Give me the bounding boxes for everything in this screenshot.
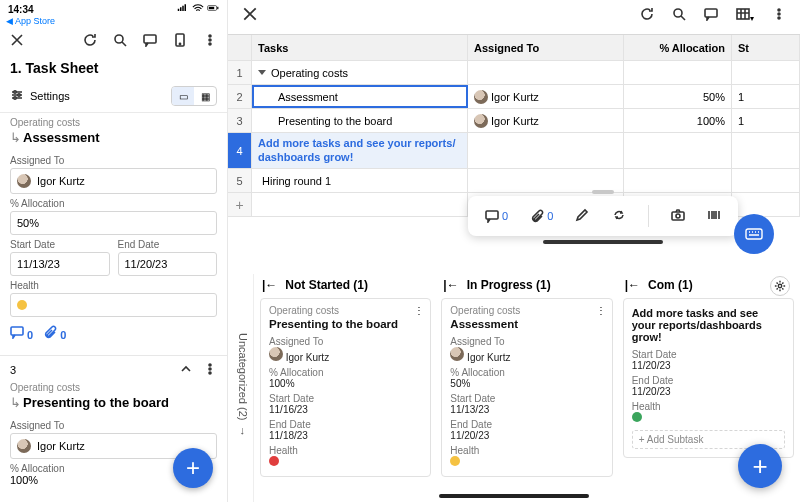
svg-rect-24 (672, 212, 684, 220)
floating-toolbar[interactable]: 0 0 (468, 196, 738, 236)
col-assigned[interactable]: Assigned To (468, 35, 624, 60)
more-icon[interactable] (203, 33, 217, 49)
camera-icon[interactable] (671, 208, 685, 224)
comments-button[interactable]: 0 (10, 325, 33, 341)
comments-button[interactable]: 0 (485, 209, 508, 223)
svg-point-16 (209, 372, 211, 374)
gear-icon[interactable] (770, 276, 790, 296)
col-tasks[interactable]: Tasks (252, 35, 468, 60)
uncategorized-label[interactable]: Uncategorized (2) → (232, 274, 254, 502)
end-label: End Date (118, 239, 218, 250)
svg-point-21 (778, 13, 780, 15)
close-icon[interactable] (242, 6, 258, 24)
column-title: Not Started (1) (285, 278, 368, 292)
assigned-label: Assigned To (10, 420, 217, 431)
svg-point-3 (115, 35, 123, 43)
add-fab[interactable]: + (173, 448, 213, 488)
board-card[interactable]: ⋮ Operating costs Presenting to the boar… (260, 298, 431, 477)
task-title: ↳Assessment (10, 128, 217, 151)
refresh-icon[interactable] (83, 33, 97, 49)
grid-view-icon[interactable]: ▦ (194, 87, 216, 105)
tablet-panel: ▾ Tasks Assigned To % Allocation St 1 Op… (228, 0, 800, 502)
table-row[interactable]: 4 Add more tasks and see your reports/ d… (228, 133, 800, 169)
settings-label[interactable]: Settings (30, 90, 70, 102)
svg-point-22 (778, 17, 780, 19)
health-red-icon (269, 456, 279, 466)
avatar (474, 90, 488, 104)
avatar (17, 439, 31, 453)
sheet-title: 1. Task Sheet (0, 56, 227, 82)
svg-rect-26 (746, 229, 762, 239)
svg-point-20 (778, 9, 780, 11)
svg-point-14 (209, 364, 211, 366)
column-title: Com (1) (648, 278, 693, 292)
svg-rect-19 (737, 9, 749, 19)
comment-icon[interactable] (143, 33, 157, 49)
collapse-column-icon[interactable]: |← (443, 278, 458, 292)
health-yellow-icon (450, 456, 460, 466)
collapse-icon[interactable] (179, 362, 193, 378)
collapse-icon[interactable] (258, 70, 266, 75)
avatar (450, 347, 464, 361)
table-icon[interactable]: ▾ (736, 7, 754, 23)
start-field[interactable]: 11/13/23 (10, 252, 110, 276)
collapse-column-icon[interactable]: |← (262, 278, 277, 292)
board-card[interactable]: Add more tasks and see your reports/dash… (623, 298, 794, 458)
task2-header: 3 (10, 362, 217, 378)
sync-icon[interactable] (612, 208, 626, 224)
attachments-button[interactable]: 0 (43, 325, 66, 341)
svg-point-17 (674, 9, 682, 17)
header-row: Tasks Assigned To % Allocation St (228, 35, 800, 61)
table-row[interactable]: 3 Presenting to the board Igor Kurtz 100… (228, 109, 800, 133)
assigned-field[interactable]: Igor Kurtz (10, 168, 217, 194)
svg-rect-23 (486, 211, 498, 219)
add-fab[interactable]: + (738, 444, 782, 488)
back-to-appstore[interactable]: ◀ App Store (0, 16, 227, 26)
svg-point-6 (179, 43, 180, 44)
view-toggle[interactable]: ▭ ▦ (171, 86, 217, 106)
collapse-column-icon[interactable]: |← (625, 278, 640, 292)
end-field[interactable]: 11/20/23 (118, 252, 218, 276)
attachments-button[interactable]: 0 (530, 209, 553, 223)
board-card[interactable]: ⋮ Operating costs Assessment Assigned To… (441, 298, 612, 477)
avatar (269, 347, 283, 361)
table-row[interactable]: 1 Operating costs (228, 61, 800, 85)
svg-point-27 (778, 284, 781, 287)
keyboard-fab[interactable] (734, 214, 774, 254)
col-status[interactable]: St (732, 35, 800, 60)
card-more-icon[interactable]: ⋮ (414, 305, 424, 316)
table-row[interactable]: 5 Hiring round 1 (228, 169, 800, 193)
barcode-icon[interactable] (707, 208, 721, 224)
more-icon[interactable] (203, 362, 217, 378)
avatar (17, 174, 31, 188)
refresh-icon[interactable] (640, 7, 654, 23)
settings-icon[interactable] (10, 88, 24, 104)
svg-point-10 (14, 91, 16, 93)
task2-index: 3 (10, 364, 16, 376)
health-label: Health (10, 280, 217, 291)
edit-icon[interactable] (575, 208, 589, 224)
card-more-icon[interactable]: ⋮ (596, 305, 606, 316)
alloc-field[interactable]: 50% (10, 211, 217, 235)
svg-point-9 (209, 43, 211, 45)
svg-point-8 (209, 39, 211, 41)
card-view-icon[interactable]: ▭ (172, 87, 194, 105)
search-icon[interactable] (672, 7, 686, 23)
svg-point-15 (209, 368, 211, 370)
table-row[interactable]: 2 Assessment Igor Kurtz 50% 1 (228, 85, 800, 109)
board-column-in-progress: |←In Progress (1) ⋮ Operating costs Asse… (441, 274, 612, 502)
task-title: ↳Presenting to the board (10, 393, 217, 416)
detail-scroll: Operating costs ↳Assessment Assigned To … (0, 113, 227, 502)
group-label: Operating costs (10, 378, 217, 393)
col-alloc[interactable]: % Allocation (624, 35, 732, 60)
status-indicators (177, 3, 219, 15)
drag-handle-icon[interactable] (592, 190, 614, 194)
comment-icon[interactable] (704, 7, 718, 23)
close-icon[interactable] (10, 33, 24, 49)
health-field[interactable] (10, 293, 217, 317)
more-icon[interactable] (772, 7, 786, 23)
avatar (474, 114, 488, 128)
device-icon[interactable] (173, 33, 187, 49)
tablet-toolbar: ▾ (228, 0, 800, 30)
search-icon[interactable] (113, 33, 127, 49)
